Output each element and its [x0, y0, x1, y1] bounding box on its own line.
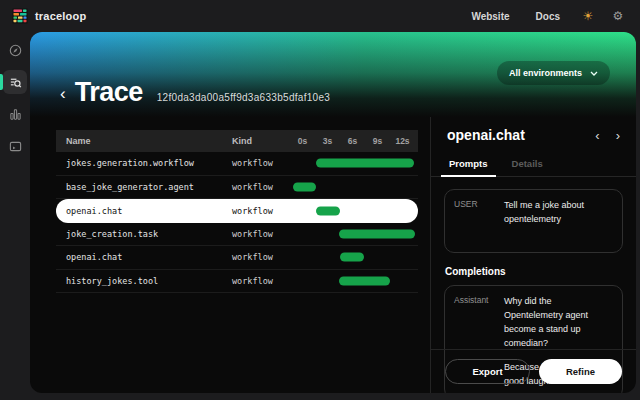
span-kind: workflow [230, 276, 290, 286]
sidebar-item-analytics[interactable] [3, 102, 27, 126]
span-timeline [290, 152, 418, 175]
span-name: jokes.generation.workflow [56, 158, 230, 168]
prompt-role-label: USER [454, 199, 504, 243]
detail-tabs: Prompts Details [431, 152, 636, 177]
span-row[interactable]: history_jokes.tool workflow [56, 270, 418, 294]
completion-line-1: Why did the Opentelemetry agent become a… [504, 295, 613, 351]
trace-search-icon [9, 76, 22, 89]
span-row[interactable]: openai.chat workflow [56, 246, 418, 270]
time-tick: 6s [340, 136, 365, 146]
span-kind: workflow [230, 252, 290, 262]
span-timeline [290, 223, 418, 246]
active-indicator [0, 74, 3, 90]
span-kind: workflow [230, 229, 290, 239]
prompt-text: Tell me a joke about opentelemetry [504, 199, 613, 243]
chevron-down-icon [590, 71, 598, 76]
sidebar-rail [0, 32, 30, 400]
environment-dropdown-label: All environments [509, 68, 582, 78]
span-duration-bar [339, 276, 390, 285]
website-link[interactable]: Website [463, 7, 517, 26]
next-span-button[interactable]: › [616, 129, 620, 142]
environment-dropdown[interactable]: All environments [497, 61, 610, 85]
span-table-header: Name Kind 0s3s6s9s12s [56, 130, 418, 152]
span-detail-panel: openai.chat ‹ › Prompts Details USER Tel… [430, 117, 636, 393]
sidebar-item-traces[interactable] [3, 70, 27, 94]
refine-button[interactable]: Refine [539, 359, 622, 384]
span-row[interactable]: joke_creation.task workflow [56, 223, 418, 247]
theme-sun-icon[interactable]: ☀ [578, 6, 598, 26]
sidebar-item-dashboard[interactable] [3, 38, 27, 62]
compass-icon [9, 44, 22, 57]
console-icon [9, 140, 22, 153]
topbar: traceloop Website Docs ☀ ⚙ [0, 0, 640, 32]
prompt-message-box: USER Tell me a joke about opentelemetry [444, 189, 623, 253]
time-tick: 0s [290, 136, 315, 146]
span-table: Name Kind 0s3s6s9s12s jokes.generation.w… [56, 130, 418, 293]
time-tick: 12s [390, 136, 415, 146]
span-name: openai.chat [56, 252, 230, 262]
column-header-kind: Kind [230, 136, 290, 146]
span-name: base_joke_generator.agent [56, 182, 230, 192]
span-duration-bar [316, 159, 415, 168]
span-duration-bar [293, 182, 316, 191]
brand-name: traceloop [35, 10, 86, 22]
span-timeline [290, 270, 418, 293]
tab-prompts[interactable]: Prompts [437, 152, 500, 176]
span-kind: workflow [230, 158, 290, 168]
export-button[interactable]: Export [445, 359, 530, 384]
span-name: openai.chat [56, 206, 230, 216]
detail-footer: Export Refine [431, 349, 636, 393]
span-row[interactable]: base_joke_generator.agent workflow [56, 176, 418, 200]
span-duration-bar [339, 229, 416, 238]
span-name: history_jokes.tool [56, 276, 230, 286]
prev-span-button[interactable]: ‹ [595, 129, 599, 142]
main-card: ‹ Trace 12f0da3da00a5ff9d3a633b5dfaf10e3… [30, 32, 636, 393]
trace-gradient-header: ‹ Trace 12f0da3da00a5ff9d3a633b5dfaf10e3… [30, 32, 636, 117]
back-button[interactable]: ‹ [60, 84, 66, 104]
completions-heading: Completions [445, 266, 623, 277]
brand[interactable]: traceloop [12, 8, 86, 24]
time-tick: 9s [365, 136, 390, 146]
span-row[interactable]: openai.chat workflow [56, 199, 418, 223]
time-tick: 3s [315, 136, 340, 146]
span-timeline [290, 176, 418, 199]
time-axis: 0s3s6s9s12s [290, 130, 418, 152]
span-row[interactable]: jokes.generation.workflow workflow [56, 152, 418, 176]
docs-link[interactable]: Docs [528, 7, 568, 26]
traceloop-logo-icon [12, 8, 28, 24]
column-header-name: Name [56, 136, 230, 146]
span-duration-bar [340, 253, 364, 262]
sidebar-item-playground[interactable] [3, 134, 27, 158]
span-timeline [290, 246, 418, 269]
span-name: joke_creation.task [56, 229, 230, 239]
page-title: Trace [75, 79, 143, 106]
settings-gear-icon[interactable]: ⚙ [608, 6, 628, 26]
span-timeline [290, 199, 418, 223]
span-kind: workflow [230, 206, 290, 216]
span-duration-bar [316, 206, 340, 215]
trace-id: 12f0da3da00a5ff9d3a633b5dfaf10e3 [157, 92, 330, 103]
detail-title: openai.chat [447, 127, 525, 143]
bar-chart-icon [9, 108, 22, 121]
span-kind: workflow [230, 182, 290, 192]
tab-details[interactable]: Details [500, 152, 555, 176]
